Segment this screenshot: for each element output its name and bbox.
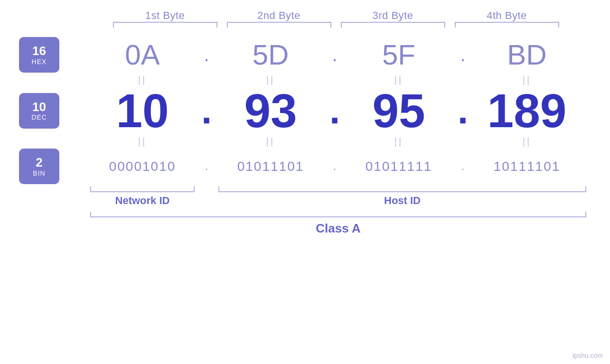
header-byte4: 4th Byte bbox=[450, 9, 564, 22]
network-id-bracket-line bbox=[90, 187, 195, 192]
dec-byte1-cell: 10 bbox=[85, 87, 199, 134]
dbar-2-3: || bbox=[342, 136, 456, 147]
byte-headers-row: 1st Byte 2nd Byte 3rd Byte 4th Byte bbox=[19, 9, 591, 22]
dec-byte2: 93 bbox=[244, 84, 297, 137]
hex-dot1: . bbox=[199, 44, 214, 65]
host-id-bracket-line bbox=[218, 187, 586, 192]
hex-badge-number: 16 bbox=[32, 44, 46, 58]
dec-dot3: . bbox=[456, 92, 470, 130]
dec-byte4-cell: 189 bbox=[470, 87, 584, 134]
header-byte1: 1st Byte bbox=[108, 9, 222, 22]
labels-row: Network ID Host ID bbox=[85, 195, 591, 207]
bin-byte1-cell: 00001010 bbox=[85, 159, 199, 174]
host-id-bracket bbox=[214, 187, 591, 192]
bin-byte1: 00001010 bbox=[109, 159, 176, 174]
hex-dot3: . bbox=[456, 44, 470, 65]
dec-row: 10 DEC 10 . 93 . 95 . 189 bbox=[19, 87, 591, 134]
top-bracket-line-3 bbox=[341, 22, 445, 28]
hex-byte3-cell: 5F bbox=[342, 38, 456, 71]
bin-dot3: . bbox=[456, 160, 470, 173]
header-byte3: 3rd Byte bbox=[336, 9, 450, 22]
top-bracket-3 bbox=[336, 22, 450, 28]
class-label: Class A bbox=[85, 221, 591, 236]
dbar-2-4: || bbox=[470, 136, 584, 147]
bottom-section: Network ID Host ID bbox=[19, 187, 591, 207]
dec-byte3-cell: 95 bbox=[342, 87, 456, 134]
dbar-2-1: || bbox=[85, 136, 199, 147]
main-container: 1st Byte 2nd Byte 3rd Byte 4th Byte 16 H… bbox=[0, 0, 610, 364]
top-bracket-4 bbox=[450, 22, 564, 28]
bin-bytes: 00001010 . 01011101 . 01011111 . 1011110… bbox=[85, 159, 591, 174]
top-brackets-row bbox=[19, 22, 591, 28]
bin-badge: 2 BIN bbox=[19, 149, 59, 184]
bin-byte2: 01011101 bbox=[237, 159, 304, 174]
hex-dot2: . bbox=[328, 44, 342, 65]
dec-byte2-cell: 93 bbox=[214, 87, 328, 134]
bin-byte4-cell: 10111101 bbox=[470, 159, 584, 174]
bin-byte3-cell: 01011111 bbox=[342, 159, 456, 174]
hex-badge: 16 HEX bbox=[19, 37, 59, 73]
hex-byte4-cell: BD bbox=[470, 38, 584, 71]
dec-byte3: 95 bbox=[372, 84, 425, 137]
bin-byte2-cell: 01011101 bbox=[214, 159, 328, 174]
header-byte2: 2nd Byte bbox=[222, 9, 336, 22]
hex-byte2: 5D bbox=[253, 39, 289, 71]
top-bracket-1 bbox=[108, 22, 222, 28]
hex-bytes: 0A . 5D . 5F . BD bbox=[85, 38, 591, 71]
class-bracket-line bbox=[90, 212, 586, 217]
bin-row: 2 BIN 00001010 . 01011101 . 01011111 . 1… bbox=[19, 149, 591, 184]
top-bracket-2 bbox=[222, 22, 336, 28]
watermark: ipshu.com bbox=[572, 352, 603, 359]
dec-byte1: 10 bbox=[116, 84, 169, 137]
bin-badge-label: BIN bbox=[33, 169, 45, 177]
top-bracket-line-4 bbox=[455, 22, 559, 28]
dec-byte4: 189 bbox=[488, 84, 567, 137]
class-section: Class A bbox=[19, 212, 591, 236]
hex-byte1: 0A bbox=[125, 39, 160, 71]
hex-byte1-cell: 0A bbox=[85, 38, 199, 71]
bin-byte3: 01011111 bbox=[366, 159, 432, 174]
network-id-bracket bbox=[85, 187, 199, 192]
hex-byte3: 5F bbox=[382, 39, 415, 71]
hex-badge-label: HEX bbox=[32, 58, 47, 65]
bin-byte4: 10111101 bbox=[494, 159, 561, 174]
top-bracket-line-1 bbox=[113, 22, 217, 28]
hex-byte2-cell: 5D bbox=[214, 38, 328, 71]
network-id-label: Network ID bbox=[85, 195, 199, 207]
bottom-bracket-row bbox=[85, 187, 591, 192]
hex-byte4: BD bbox=[507, 39, 546, 71]
dec-bytes: 10 . 93 . 95 . 189 bbox=[85, 87, 591, 134]
dec-badge-number: 10 bbox=[32, 100, 46, 114]
dec-badge-label: DEC bbox=[31, 113, 47, 121]
dbar-2-2: || bbox=[214, 136, 328, 147]
host-id-label: Host ID bbox=[214, 195, 591, 207]
bin-badge-number: 2 bbox=[36, 156, 42, 169]
bin-dot1: . bbox=[199, 160, 214, 173]
bin-dot2: . bbox=[328, 160, 342, 173]
hex-row: 16 HEX 0A . 5D . 5F . BD bbox=[19, 37, 591, 73]
dec-badge: 10 DEC bbox=[19, 93, 59, 129]
dec-dot2: . bbox=[328, 92, 342, 130]
dec-dot1: . bbox=[199, 92, 214, 130]
top-bracket-line-2 bbox=[227, 22, 331, 28]
